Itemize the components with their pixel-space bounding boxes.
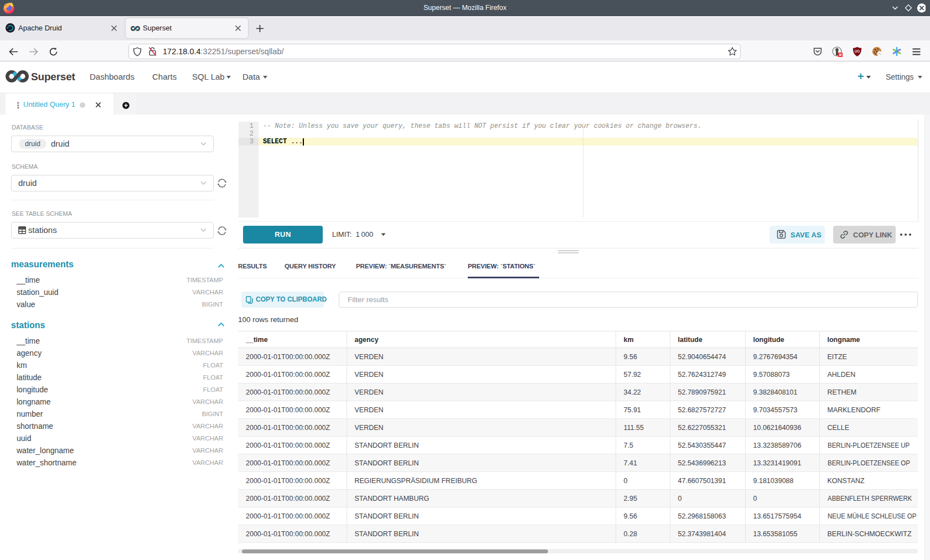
svg-text:UO: UO — [855, 49, 860, 53]
